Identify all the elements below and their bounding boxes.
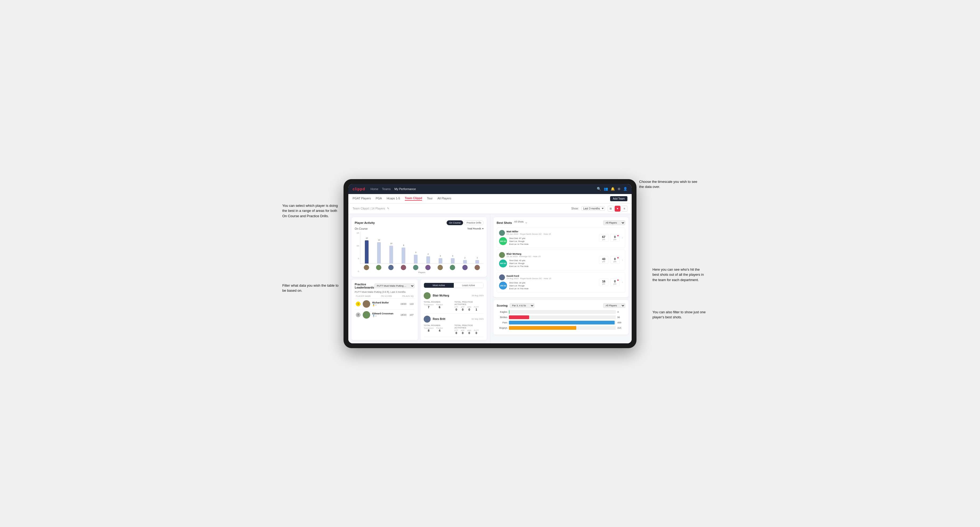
shot-card-2[interactable]: Blair McHarg 23 Jul 2023 · Ashridge GC ·… (497, 250, 625, 270)
bar-label-2: 10 (389, 243, 393, 244)
bar-5[interactable]: 4 (426, 256, 430, 264)
scoring-filter-dropdown[interactable]: Par 3, 4 & 5s (510, 303, 535, 308)
least-active-tab[interactable]: Least Active (454, 283, 484, 288)
sub-nav-all-players[interactable]: All Players (438, 197, 451, 200)
shot-card-3[interactable]: David Ford 24 Aug 2023 · Royal North Dev… (497, 272, 625, 293)
shot-player-info-3: David Ford 24 Aug 2023 · Royal North Dev… (499, 275, 597, 290)
bar-group-9: 2 (472, 260, 482, 264)
all-shots-tab[interactable]: All Shots (514, 221, 523, 225)
edit-icon[interactable]: ✎ (387, 207, 389, 210)
bar-8[interactable]: 2 (463, 260, 467, 264)
rounds-label-1: Total Rounds (424, 301, 453, 303)
chart-filter[interactable]: Total Rounds ▾ (467, 227, 484, 230)
chevron-right-icon-3: › (622, 280, 623, 284)
practice-drills-tab[interactable]: Practice Drills (464, 221, 484, 225)
shot-name-block-2: Blair McHarg 23 Jul 2023 · Ashridge GC ·… (506, 252, 541, 258)
best-shots-title: Best Shots (497, 221, 512, 224)
tournament-col-2: Tournament 8 (424, 327, 434, 332)
bar-7[interactable]: 3 (451, 258, 455, 264)
bar-6[interactable]: 3 (439, 258, 442, 264)
eagles-label: Eagles (497, 311, 508, 313)
bar-wrapper-5: 4 (423, 256, 433, 264)
rounds-cols-2: Tournament 8 Practice 4 (424, 327, 453, 332)
team-count: | 14 Players (370, 207, 385, 210)
nav-my-performance[interactable]: My Performance (395, 187, 416, 190)
leaderboard-row-1: 1 Richard Butler 🥇① 19/20 110 (355, 298, 415, 309)
nav-icons: 🔍 👥 🔔 ⊕ 👤 (597, 187, 627, 191)
player-name-1: Richard Butler (372, 301, 398, 304)
bar-group-6: 3 (435, 258, 446, 264)
bar-wrapper-7: 3 (447, 258, 458, 264)
bar-label-7: 3 (451, 255, 455, 257)
bar-9[interactable]: 2 (476, 260, 479, 264)
birdies-fill (509, 316, 529, 319)
sub-nav-pga[interactable]: PGA (376, 197, 382, 200)
birdies-label: Birdies (497, 316, 508, 319)
bar-2[interactable]: 10 (389, 246, 393, 264)
shot-card-1[interactable]: Matt Miller 09 Jun 2023 · Royal North De… (497, 227, 625, 248)
users-icon[interactable]: 👥 (604, 187, 608, 191)
arg-col-2: ARG 0 (467, 330, 471, 335)
bottom-left-grid: Practice Leaderboards PUTT Must Make Put… (352, 279, 487, 340)
player-info-1: Richard Butler 🥇① (372, 301, 398, 306)
view-heart-icon[interactable]: ♥ (615, 206, 620, 211)
nav-home[interactable]: Home (371, 187, 378, 190)
sub-nav-tour[interactable]: Tour (427, 197, 433, 200)
bell-icon[interactable]: 🔔 (611, 187, 615, 191)
app-col-1: APP 0 (461, 306, 465, 311)
user-icon[interactable]: 👤 (623, 187, 627, 191)
practice-val-1: 6 (436, 306, 443, 309)
gtt-val-1: 0 (455, 308, 458, 311)
putt-col-2: PUTT 0 (474, 330, 479, 335)
practice-cols-1: GTT 0 APP 0 (455, 306, 484, 311)
shot-player-name-2: Blair McHarg (506, 252, 541, 255)
putt-col-1: PUTT 1 (474, 306, 479, 311)
leaderboard-dropdown[interactable]: PUTT Must Make Putting ... (374, 284, 415, 288)
bar-0[interactable]: 13 (365, 240, 369, 264)
scoring-players-dropdown[interactable]: All Players (603, 303, 625, 308)
view-icons: ⊞ ♥ ≡ (608, 206, 627, 211)
right-panel: Best Shots All Shots ▾ All Players (490, 214, 632, 343)
all-players-dropdown[interactable]: All Players (603, 221, 625, 225)
mini-avatar-6 (438, 265, 443, 270)
nav-teams[interactable]: Teams (382, 187, 391, 190)
most-active-tab[interactable]: Most Active (424, 283, 454, 288)
activity-avatar-2 (424, 316, 431, 322)
putt-val-2: 0 (474, 332, 479, 335)
birdies-track (509, 316, 616, 319)
mini-avatar-1 (376, 265, 381, 270)
sub-nav-team-clippd[interactable]: Team Clippd (405, 197, 422, 201)
bar-chart-container: 15 10 5 0 1312109543322 (355, 232, 484, 274)
bar-1[interactable]: 12 (377, 242, 381, 264)
bar-4[interactable]: 5 (414, 255, 418, 264)
arg-col-1: ARG 0 (467, 306, 471, 311)
score-bar-birdies: Birdies 96 (497, 316, 625, 319)
view-grid-icon[interactable]: ⊞ (608, 206, 614, 211)
leaderboard-row-2: 2 Edward Crossman 🥈② 18/20 107 (355, 309, 415, 320)
eagles-count: 3 (617, 311, 625, 313)
shot-detail-2: Shot Dist: 43 ydsStart Lie: RoughEnd Lie… (509, 259, 529, 268)
search-icon[interactable]: 🔍 (597, 187, 601, 191)
total-rounds-block-1: Total Rounds Tournament 7 Practice (424, 301, 453, 311)
shot-player-sub-2: 23 Jul 2023 · Ashridge GC · Hole 15 (506, 255, 541, 258)
callout-top-right: Choose the timescale you wish to see the… (639, 179, 698, 189)
tournament-val-2: 8 (424, 329, 434, 332)
mini-avatar-9 (474, 265, 480, 270)
sub-nav-hcaps[interactable]: Hcaps 1-5 (387, 197, 400, 200)
bogeys-count: 315 (617, 327, 625, 329)
chart-area: On Course Total Rounds ▾ 15 10 (355, 227, 484, 274)
bar-wrapper-1: 12 (374, 242, 384, 264)
most-active-card: Most Active Least Active Blair McHarg 26… (420, 279, 487, 340)
view-list-icon[interactable]: ≡ (622, 206, 627, 211)
sub-nav-pgat[interactable]: PGAT Players (353, 197, 371, 200)
nav-links: Home Teams My Performance (371, 187, 592, 190)
show-select[interactable]: Last 3 months (581, 206, 605, 211)
score-bar-pars: Pars 499 (497, 321, 625, 324)
shot-player-row-2: Blair McHarg 23 Jul 2023 · Ashridge GC ·… (499, 252, 597, 258)
bar-3[interactable]: 9 (402, 248, 405, 264)
shot-player-sub-3: 24 Aug 2023 · Royal North Devon GC · Hol… (506, 277, 551, 280)
add-team-button[interactable]: Add Team (610, 196, 627, 201)
plus-icon[interactable]: ⊕ (617, 187, 620, 191)
on-course-tab[interactable]: On Course (447, 221, 463, 225)
shot-metrics-1: 67 yds 0 yds (599, 234, 620, 242)
